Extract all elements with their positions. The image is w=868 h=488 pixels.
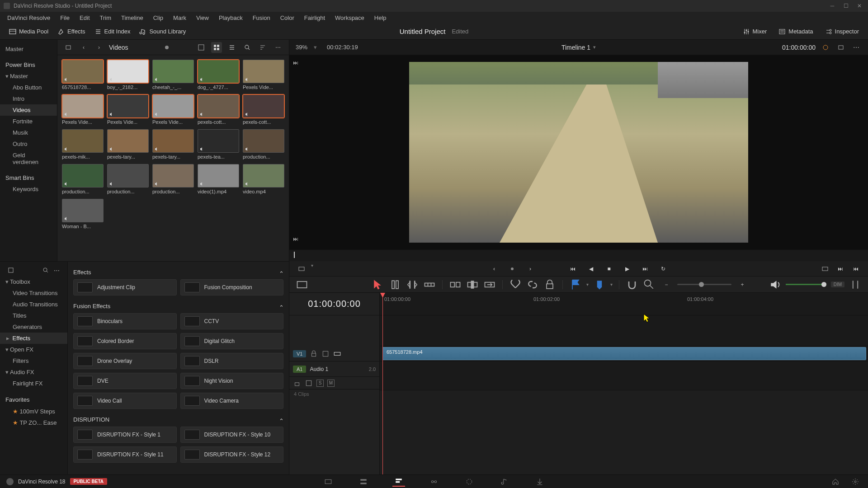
- settings-button[interactable]: [849, 477, 862, 487]
- menu-workspace[interactable]: Workspace: [330, 13, 369, 23]
- bin-master[interactable]: Master: [0, 43, 57, 55]
- go-start-button[interactable]: ⏮: [567, 263, 579, 275]
- zoom-slider[interactable]: [677, 284, 731, 285]
- view-metadata[interactable]: [196, 42, 207, 53]
- lock-icon[interactable]: [310, 350, 318, 358]
- solo-button[interactable]: S: [316, 380, 324, 387]
- menu-playback[interactable]: Playback: [214, 13, 247, 23]
- viewer[interactable]: ⏭ ⏭: [289, 55, 868, 249]
- sort-button[interactable]: [257, 42, 268, 53]
- fx-tree-audio-transitions[interactable]: Audio Transitions: [0, 299, 67, 310]
- media-clip[interactable]: video(1).mp4: [198, 164, 239, 194]
- fx-openfx[interactable]: ▾Open FX: [0, 344, 67, 355]
- mute-button[interactable]: M: [327, 380, 335, 387]
- minimize-button[interactable]: ─: [829, 3, 835, 9]
- bin-keywords[interactable]: Keywords: [0, 183, 57, 195]
- replace-button[interactable]: [483, 278, 496, 291]
- fx-item[interactable]: Night Vision: [180, 373, 284, 389]
- audio-options[interactable]: [849, 278, 862, 291]
- menu-davinci-resolve[interactable]: DaVinci Resolve: [3, 13, 55, 23]
- menu-file[interactable]: File: [56, 13, 74, 23]
- bin-abo-button[interactable]: Abo Button: [0, 82, 57, 93]
- zoom-in[interactable]: +: [736, 278, 749, 291]
- timeline-tracks[interactable]: 01:00:00:00 01:00:02:00 01:00:04:00 6575…: [380, 293, 868, 474]
- page-fairlight[interactable]: [498, 477, 511, 487]
- viewer-timecode[interactable]: 01:00:00:00: [782, 44, 816, 51]
- razor-button[interactable]: [509, 278, 522, 291]
- media-clip[interactable]: production...: [243, 129, 284, 160]
- viewer-options[interactable]: ⋯: [851, 42, 862, 53]
- stop-button[interactable]: ■: [603, 263, 615, 275]
- media-clip[interactable]: Pexels Vide...: [107, 94, 149, 125]
- single-viewer-icon[interactable]: [835, 42, 846, 53]
- dynamic-trim-tool[interactable]: [406, 278, 419, 291]
- zoom-to-fit[interactable]: [643, 278, 656, 291]
- menu-clip[interactable]: Clip: [149, 13, 168, 23]
- timeline-ruler[interactable]: 01:00:00:00 01:00:02:00 01:00:04:00: [380, 293, 868, 315]
- media-clip[interactable]: pexels-cott...: [243, 94, 284, 125]
- bypass-grades-icon[interactable]: [820, 42, 831, 53]
- nav-prev[interactable]: ‹: [488, 263, 500, 275]
- favorite-item[interactable]: ★ TP ZO... Ease: [0, 417, 67, 428]
- video-track-header[interactable]: V1: [289, 346, 379, 361]
- nav-back[interactable]: ‹: [78, 42, 89, 53]
- page-deliver[interactable]: [533, 477, 546, 487]
- close-button[interactable]: ✕: [856, 3, 863, 9]
- skip-end-icon[interactable]: ⏭: [293, 236, 302, 245]
- inspector-toggle[interactable]: Inspector: [821, 26, 863, 38]
- fx-item[interactable]: Video Call: [73, 393, 177, 409]
- timeline-name[interactable]: Timeline 1: [561, 44, 590, 51]
- snap-button[interactable]: [626, 278, 638, 291]
- blade-tool[interactable]: [423, 278, 436, 291]
- fx-section-effects[interactable]: Effects⌃: [73, 269, 283, 276]
- media-clip[interactable]: pexels-tary...: [107, 129, 149, 160]
- fx-item[interactable]: DVE: [73, 373, 177, 389]
- view-thumbnails[interactable]: [211, 42, 222, 53]
- skip-forward-icon[interactable]: ⏭: [293, 60, 302, 69]
- fx-item[interactable]: DSLR: [180, 353, 284, 369]
- bin-videos[interactable]: Videos: [0, 104, 57, 116]
- bin-intro[interactable]: Intro: [0, 93, 57, 104]
- next-clip-button[interactable]: ⏭: [835, 263, 846, 275]
- menu-color[interactable]: Color: [276, 13, 299, 23]
- fx-toolbox[interactable]: ▾Toolbox: [0, 276, 67, 287]
- video-track-1[interactable]: 657518728.mp4: [380, 346, 868, 361]
- media-clip[interactable]: Pexels Vide...: [243, 60, 284, 90]
- options-menu[interactable]: ⋯: [273, 42, 283, 53]
- fx-audiofx[interactable]: ▾Audio FX: [0, 366, 67, 378]
- media-clip[interactable]: pexels-mik...: [62, 129, 104, 160]
- auto-select-icon[interactable]: [305, 379, 313, 387]
- bin-outro[interactable]: Outro: [0, 138, 57, 150]
- page-fusion[interactable]: [428, 477, 440, 487]
- fx-tree-effects[interactable]: ▸ Effects: [0, 333, 67, 344]
- bin-geld-verdienen[interactable]: Geld verdienen: [0, 150, 57, 168]
- fx-section-disruption[interactable]: DISRUPTION⌃: [73, 416, 283, 423]
- menu-mark[interactable]: Mark: [169, 13, 191, 23]
- menu-trim[interactable]: Trim: [95, 13, 116, 23]
- search-button[interactable]: [242, 42, 253, 53]
- fx-item[interactable]: Binoculars: [73, 313, 177, 329]
- bin-fortnite[interactable]: Fortnite: [0, 116, 57, 127]
- effects-panel-toggle[interactable]: [5, 265, 16, 276]
- volume-icon[interactable]: [769, 278, 781, 291]
- lock-icon[interactable]: [293, 379, 301, 387]
- nav-marker[interactable]: [506, 263, 518, 275]
- play-reverse-button[interactable]: ◀: [585, 263, 597, 275]
- timeline-timecode[interactable]: 01:00:00:00: [289, 293, 379, 315]
- bin-musik[interactable]: Musik: [0, 127, 57, 138]
- media-clip[interactable]: Pexels Vide...: [152, 94, 194, 125]
- viewer-zoom[interactable]: 39%: [296, 44, 307, 51]
- nav-next[interactable]: ›: [524, 263, 536, 275]
- fx-item[interactable]: Digital Glitch: [180, 333, 284, 349]
- zoom-out[interactable]: −: [660, 278, 673, 291]
- media-clip[interactable]: pexels-cott...: [198, 94, 239, 125]
- fx-item[interactable]: Drone Overlay: [73, 353, 177, 369]
- media-clip[interactable]: production...: [62, 164, 104, 194]
- media-clip[interactable]: boy_-_2182...: [107, 60, 149, 90]
- fx-item[interactable]: Colored Border: [73, 333, 177, 349]
- auto-select-icon[interactable]: [321, 350, 330, 358]
- media-clip[interactable]: Pexels Vide...: [62, 94, 104, 125]
- trim-tool[interactable]: [389, 278, 401, 291]
- media-clip[interactable]: 657518728...: [62, 60, 104, 90]
- media-clip[interactable]: production...: [107, 164, 149, 194]
